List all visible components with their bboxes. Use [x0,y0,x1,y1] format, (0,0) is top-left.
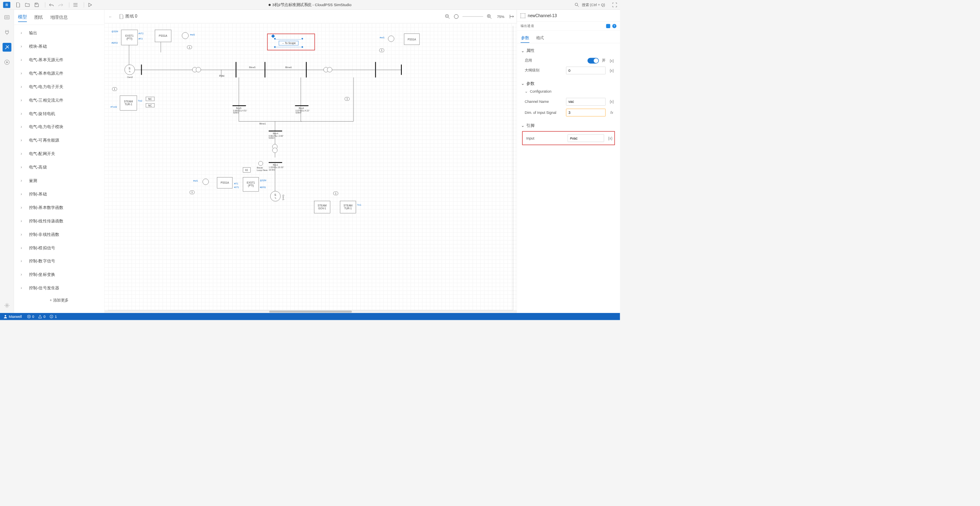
status-errors[interactable]: 0 0 1 [27,315,57,319]
nc-block[interactable]: NC [146,97,155,101]
steam-gov-block[interactable]: STEAM GOV-1 [314,201,330,213]
link-icon[interactable] [606,24,610,28]
section-header[interactable]: ⌄属性 [521,48,616,53]
transformer-block[interactable] [196,67,201,73]
exst1-block[interactable]: EXST1 (PTI) [243,177,259,191]
const-tag[interactable]: 1 [333,191,338,195]
steam-tur-block[interactable]: STEAM TUR-1 [340,201,356,213]
prev-tab-icon[interactable]: ← [107,13,114,20]
app-logo[interactable]: 云 [3,2,11,8]
add-more-button[interactable]: + 添加更多 [14,295,104,306]
zoom-in-icon[interactable] [487,14,492,19]
save-icon[interactable] [33,1,40,9]
undo-icon[interactable] [48,1,55,9]
zoom-level[interactable]: 75% [496,14,506,18]
run-icon[interactable] [87,1,94,9]
list-icon[interactable] [72,1,79,9]
expression-button[interactable]: {x} [608,100,615,104]
section-header[interactable]: ⌄参数 [521,81,616,86]
pss1a-block[interactable]: PSS1A [155,30,171,42]
tree-item[interactable]: ›电气-旋转电机 [14,107,104,120]
expression-button[interactable]: {x} [608,59,615,63]
tree-item[interactable]: ›电气-配网开关 [14,147,104,161]
tab-model[interactable]: 模型 [18,12,27,22]
transformer-block[interactable] [327,67,332,73]
rail-play-icon[interactable] [2,58,11,67]
transformer-block[interactable] [272,148,278,153]
tab-params[interactable]: 参数 [521,33,530,43]
horizontal-scrollbar[interactable] [105,311,517,313]
const-tag[interactable]: 1 [112,87,117,91]
breaker-block[interactable] [258,161,263,166]
tree-item[interactable]: ›控制-信号发生器 [14,282,104,295]
tree-item[interactable]: ›电气-高级 [14,161,104,174]
tree-item[interactable]: ›控制-非线性函数 [14,228,104,241]
tree-item[interactable]: ›模块-基础 [14,40,104,53]
const-tag[interactable]: 1 [189,191,194,194]
summer-block[interactable] [203,179,209,185]
scrollbar-thumb[interactable] [270,311,352,313]
exst1-block[interactable]: EXST1 (PTI) [121,30,138,45]
generator-block[interactable]: S∿ [125,64,135,75]
new-file-icon[interactable] [14,1,22,9]
fx-button[interactable]: fx [608,111,615,115]
to-scope-block[interactable]: →To Scope [279,41,298,45]
tree-item[interactable]: ›电气-基本无源元件 [14,53,104,67]
tree-item[interactable]: ›电气-三相交流元件 [14,93,104,107]
help-icon[interactable]: ? [612,24,616,28]
tree-item[interactable]: ›电气-可再生能源 [14,134,104,147]
tab-format[interactable]: 格式 [536,33,545,43]
rail-tools-icon[interactable] [2,43,11,52]
tree-item[interactable]: ›控制-基本数学函数 [14,201,104,214]
pss1a-block[interactable]: PSS1A [217,177,232,189]
tree-item[interactable]: ›电气-基本电源元件 [14,67,104,80]
component-tree[interactable]: ›输出 ›模块-基础 ›电气-基本无源元件 ›电气-基本电源元件 ›电气-电力电… [14,25,104,313]
tree-item[interactable]: ›控制-基础 [14,187,104,201]
nc-block[interactable]: NC [146,103,155,107]
summer-block[interactable] [388,36,394,42]
const-tag[interactable]: 1 [187,45,192,49]
tree-item[interactable]: ›控制-坐标变换 [14,268,104,282]
rail-settings-icon[interactable] [2,301,11,310]
tree-item[interactable]: ›量测 [14,174,104,187]
tree-item[interactable]: ›控制-线性传递函数 [14,214,104,228]
tab-sheets[interactable]: 图纸 [34,13,43,22]
input-pin-input[interactable] [568,134,604,142]
steam-tur-block[interactable]: STEAM TUR-1 [120,95,137,111]
rail-plug-icon[interactable] [2,28,11,37]
tree-item[interactable]: ›电气-电力电子开关 [14,80,104,93]
const-tag[interactable]: 1 [345,97,350,101]
search-icon[interactable] [575,2,579,7]
tree-item[interactable]: ›输出 [14,27,104,40]
selection-handle[interactable] [301,46,303,48]
selection-handle[interactable] [301,38,303,40]
tree-item[interactable]: ›电气-电力电子模块 [14,120,104,134]
schematic-canvas[interactable]: →To Scope EXST1 (PTI) @S2M #EF02 #VT2 #I… [105,23,517,313]
search-hint[interactable]: 搜索 (Ctrl + Q) [582,2,605,7]
outline-input[interactable] [566,67,606,74]
redo-icon[interactable] [57,1,65,9]
fullscreen-icon[interactable] [612,2,617,7]
open-folder-icon[interactable] [24,1,31,9]
zoom-out-icon[interactable] [445,14,450,19]
status-user[interactable]: Maxwell [4,315,22,319]
gain-block[interactable]: k1 [243,167,251,173]
rail-overview-icon[interactable] [2,13,11,22]
export-icon[interactable] [510,14,514,18]
summer-block[interactable] [182,32,188,39]
document-tab[interactable]: 图纸 0 [116,12,140,21]
tab-geo[interactable]: 地理信息 [50,13,68,22]
tree-item[interactable]: ›控制-数字信号 [14,255,104,268]
expression-button[interactable]: {x} [608,69,615,73]
enable-toggle[interactable] [588,58,599,64]
const-tag[interactable]: 1 [379,49,384,52]
tree-item[interactable]: ›控制-模拟信号 [14,241,104,255]
subsection-header[interactable]: ⌄Configuration [521,89,616,93]
channel-name-input[interactable] [566,98,606,106]
dim-input[interactable] [566,109,606,116]
fit-view-icon[interactable] [454,14,459,19]
generator-block[interactable]: S∿ [270,191,281,201]
pss1a-block[interactable]: PSS1A [404,33,420,45]
expression-button[interactable]: {x} [607,136,614,140]
section-header[interactable]: ⌄引脚 [521,123,616,128]
